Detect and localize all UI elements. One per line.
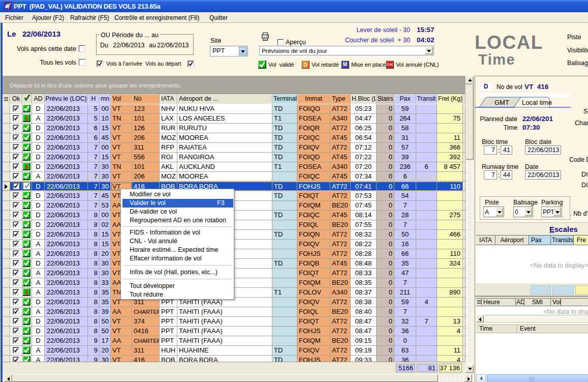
svg-text:$: $ xyxy=(25,163,28,170)
svg-text:$: $ xyxy=(25,288,28,296)
svg-text:$: $ xyxy=(25,114,28,122)
svg-text:GMT: GMT xyxy=(494,99,509,106)
svg-text:Local time: Local time xyxy=(522,99,552,106)
